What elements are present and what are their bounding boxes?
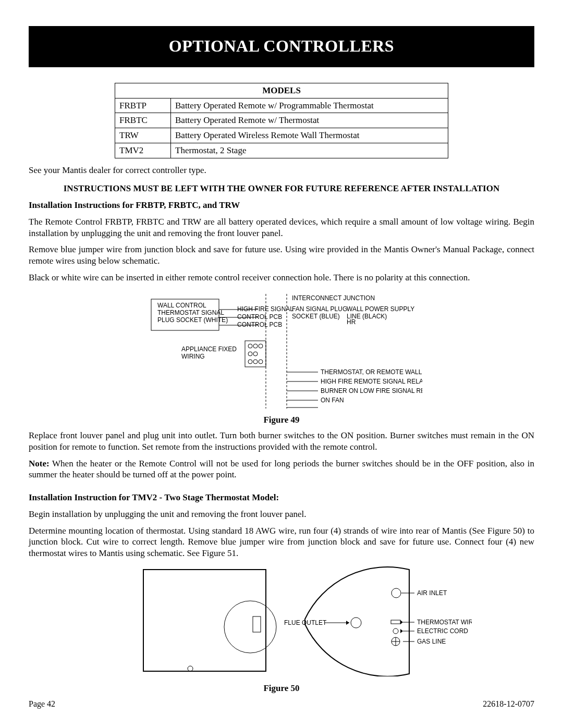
svg-point-15 — [248, 360, 252, 364]
svg-text:CONTROL PCB: CONTROL PCB — [237, 313, 282, 320]
svg-text:THERMOSTAT WIRE: THERMOSTAT WIRE — [417, 619, 472, 626]
note-text: Note: When the heater or the Remote Cont… — [29, 458, 534, 481]
table-row: FRBTPBattery Operated Remote w/ Programm… — [115, 98, 448, 113]
table-row: TMV2Thermostat, 2 Stage — [115, 143, 448, 158]
svg-text:THERMOSTAT SIGNAL: THERMOSTAT SIGNAL — [157, 309, 224, 316]
body-text: Replace front louver panel and plug unit… — [29, 430, 534, 453]
svg-point-14 — [253, 352, 258, 356]
body-text: Begin installation by unplugging the uni… — [29, 509, 534, 520]
svg-text:GAS LINE: GAS LINE — [417, 638, 446, 645]
table-row: FRBTCBattery Operated Remote w/ Thermost… — [115, 113, 448, 128]
svg-point-11 — [253, 344, 258, 348]
svg-text:WALL CONTROL: WALL CONTROL — [157, 302, 206, 309]
body-text: Determine mounting location of thermosta… — [29, 525, 534, 559]
doc-number: 22618-12-0707 — [483, 699, 534, 709]
body-text: The Remote Control FRBTP, FRBTC and TRW … — [29, 216, 534, 239]
models-header: MODELS — [115, 83, 448, 98]
svg-text:HIGH FIRE REMOTE SIGNAL RELAY: HIGH FIRE REMOTE SIGNAL RELAY — [321, 378, 422, 385]
svg-text:SOCKET (BLUE): SOCKET (BLUE) — [292, 313, 340, 320]
body-text: Black or white wire can be inserted in e… — [29, 272, 534, 283]
svg-text:FAN SIGNAL PLUG: FAN SIGNAL PLUG — [292, 305, 347, 313]
svg-point-52 — [393, 628, 398, 634]
svg-text:APPLIANCE FIXED: APPLIANCE FIXED — [181, 346, 237, 353]
svg-text:CONTROL PCB: CONTROL PCB — [237, 321, 282, 328]
svg-point-47 — [391, 588, 401, 598]
install2-title: Installation Instruction for TMV2 - Two … — [29, 492, 534, 503]
figure-50-label: Figure 50 — [29, 683, 534, 694]
figure-50: FLUE OUTLET AIR INLET THERMOSTAT WIRE EL… — [29, 564, 534, 694]
svg-point-12 — [259, 344, 263, 348]
body-text: Remove blue jumper wire from junction bl… — [29, 244, 534, 267]
page-title: OPTIONAL CONTROLLERS — [29, 26, 534, 67]
figure-49: WALL CONTROL THERMOSTAT SIGNAL PLUG SOCK… — [29, 289, 534, 426]
page-footer: Page 42 22618-12-0707 — [29, 699, 534, 709]
svg-point-42 — [188, 666, 193, 671]
svg-text:PLUG SOCKET (WHITE): PLUG SOCKET (WHITE) — [157, 316, 228, 324]
page-number: Page 42 — [29, 699, 55, 709]
owner-note: INSTRUCTIONS MUST BE LEFT WITH THE OWNER… — [29, 183, 534, 194]
svg-point-16 — [253, 360, 258, 364]
models-table: MODELS FRBTPBattery Operated Remote w/ P… — [115, 83, 448, 158]
svg-rect-41 — [143, 570, 266, 671]
svg-text:HR: HR — [347, 318, 356, 326]
svg-text:WIRING: WIRING — [181, 353, 205, 360]
svg-text:INTERCONNECT JUNCTION: INTERCONNECT JUNCTION — [292, 294, 375, 302]
svg-point-17 — [259, 360, 263, 364]
svg-text:HIGH FIRE SIGNAL: HIGH FIRE SIGNAL — [237, 305, 293, 313]
air-inlet-label: AIR INLET — [417, 589, 447, 597]
svg-text:ELECTRIC CORD: ELECTRIC CORD — [417, 627, 468, 635]
svg-text:FLUE OUTLET: FLUE OUTLET — [284, 619, 327, 626]
svg-point-13 — [248, 352, 252, 356]
svg-text:WALL POWER SUPPLY: WALL POWER SUPPLY — [347, 305, 414, 313]
dealer-note: See your Mantis dealer for correct contr… — [29, 165, 534, 176]
svg-text:ON FAN: ON FAN — [321, 397, 344, 404]
svg-point-46 — [351, 618, 361, 628]
svg-point-10 — [248, 344, 252, 348]
svg-rect-43 — [253, 616, 261, 632]
svg-text:BURNER ON LOW FIRE SIGNAL RELA: BURNER ON LOW FIRE SIGNAL RELAY — [321, 387, 422, 394]
table-row: TRWBattery Operated Wireless Remote Wall… — [115, 128, 448, 143]
svg-rect-49 — [391, 620, 400, 624]
install1-title: Installation Instructions for FRBTP, FRB… — [29, 200, 534, 211]
figure-49-label: Figure 49 — [29, 414, 534, 426]
svg-text:THERMOSTAT, OR REMOTE WALL CON: THERMOSTAT, OR REMOTE WALL CONTROL — [321, 368, 422, 376]
